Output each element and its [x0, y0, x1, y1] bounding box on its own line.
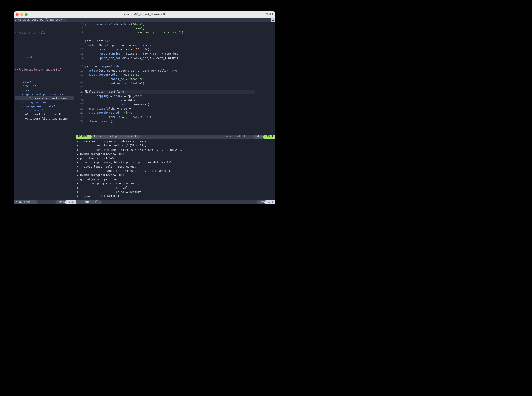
- line-number: 17: [76, 69, 84, 73]
- repl-pane[interactable]: + mutate(blocks_per_s = blocks / time_s,…: [76, 139, 276, 200]
- nerdtree-file[interactable]: 00_import_libraries.R: [15, 113, 74, 117]
- line-number: 25: [76, 102, 84, 107]
- code-line[interactable]: "raw",: [85, 26, 255, 30]
- line-number: 6: [76, 22, 84, 26]
- fileinfo-segment: unix〈utf-8〈r: [222, 135, 255, 139]
- code-line[interactable]: perf_long ← perf %>%: [85, 64, 255, 69]
- repl-line: + mapping = aes(x = cpu_cores,: [77, 181, 275, 186]
- code-line[interactable]: y = value,: [85, 98, 255, 102]
- line-number: 10: [76, 39, 84, 43]
- line-number: 22: [76, 90, 84, 94]
- titlebar: vim src/00_import_libraries.R ⌥⌘1: [14, 11, 276, 18]
- code-line[interactable]: perf_per_dollar = blocks_per_s / cost_ru…: [85, 56, 255, 60]
- nerdtree-dir[interactable]: ▸ results/: [15, 84, 74, 88]
- code-line[interactable]: names_to = "measure",: [85, 77, 255, 81]
- code-line[interactable]: mapping = aes(x = cpu_cores,: [85, 94, 255, 98]
- repl-line: + geom .... [TRUNCATED]: [77, 194, 275, 198]
- repl-line: + select(cpu_cores, blocks_per_s, perf_p…: [77, 160, 275, 165]
- editor-pane[interactable]: 6789101112131415161718192021222324252627…: [76, 22, 276, 135]
- repl-line: + pivot_longer(cols = !cpu_cores,: [77, 165, 275, 169]
- repl-line: + color = measure)) +: [77, 190, 275, 194]
- bottom-statusline-row: NERD_tree_1 64% 9:1 !R [running] 1% 1:0: [14, 200, 276, 204]
- line-number: 8: [76, 30, 84, 35]
- line-number: 13: [76, 52, 84, 56]
- nerdtree-dir[interactable]: ▸ merge_heart_data/: [15, 105, 74, 109]
- code-line[interactable]: values_to = "value"): [85, 81, 255, 85]
- nerdtree-dir[interactable]: ▸ radiomics/: [15, 109, 74, 113]
- repl-line: > NvimR.paragraph(echo=TRUE): [77, 173, 275, 177]
- tab-active[interactable]: 1 01_gwas_cost_performance.R: [14, 18, 65, 22]
- line-number: 9: [76, 35, 84, 39]
- line-number-gutter: 6789101112131415161718192021222324252627…: [76, 22, 85, 135]
- line-number: 21: [76, 85, 84, 90]
- code-line[interactable]: formula = y ~ poly(x, 2)) +: [85, 115, 255, 119]
- nerdtree-file[interactable]: 01_gwas_cost_performanc: [15, 96, 74, 100]
- line-number: 14: [76, 56, 84, 60]
- repl-line: + mutate(blocks_per_s = blocks / time_s,: [77, 140, 275, 144]
- nerdtree-dir[interactable]: ▸ lung_volume/: [15, 100, 74, 105]
- window-title: vim src/00_import_libraries.R: [14, 12, 276, 17]
- nerdtree-status-pos: 9:1: [66, 200, 76, 204]
- code-line[interactable]: [85, 60, 255, 64]
- code-line[interactable]: cost_runtime = (time_s / (60 * 60)) * co…: [85, 52, 255, 56]
- nerdtree-dir[interactable]: ▸ data/: [15, 80, 74, 84]
- code-line[interactable]: theme_classic(): [85, 119, 255, 123]
- line-number: 29: [76, 119, 84, 123]
- nerdtree-file[interactable]: 00_import_libraries.R.tmp: [15, 117, 74, 121]
- code-line[interactable]: stat_smooth(method = "lm",: [85, 111, 255, 115]
- code-line[interactable]: cost_hr = cost_mo / (30 * 24),: [85, 47, 255, 52]
- statusline: NORMAL 01_gwas_cost_performance.R unix〈u…: [76, 135, 276, 139]
- code-line[interactable]: "gwas_cost_performance.csv")): [85, 30, 255, 35]
- line-number: 18: [76, 73, 84, 77]
- mode-segment: NORMAL: [76, 135, 90, 139]
- repl-status-name: !R [running]: [76, 200, 100, 204]
- line-number: 23: [76, 94, 84, 98]
- code-line[interactable]: ggplot(data = perf_long,: [85, 90, 255, 94]
- repl-line: + cost_hr = cost_mo / (30 * 24),: [77, 144, 275, 148]
- code-line[interactable]: color = measure)) +: [85, 102, 255, 107]
- line-number: 11: [76, 43, 84, 47]
- line-number: 26: [76, 106, 84, 111]
- tab-close-button[interactable]: X: [271, 18, 276, 22]
- code-line[interactable]: select(cpu_cores, blocks_per_s, perf_per…: [85, 69, 255, 73]
- tab-number: 1: [15, 18, 17, 22]
- filename-segment: 01_gwas_cost_performance.R: [90, 135, 138, 139]
- line-number: 19: [76, 77, 84, 81]
- code-area[interactable]: perf ← read_csv(file = here("data", "raw…: [85, 22, 255, 135]
- repl-statusline: !R [running] 1% 1:0: [76, 200, 276, 204]
- nerdtree-status-name: NERD_tree_1: [14, 200, 36, 204]
- code-line[interactable]: perf ← perf %>%: [85, 39, 255, 43]
- line-number: 27: [76, 111, 84, 115]
- blank-line: [15, 43, 74, 47]
- repl-line: > ggplot(data = perf_long,: [77, 177, 275, 182]
- code-line[interactable]: mutate(blocks_per_s = blocks / time_s,: [85, 43, 255, 47]
- nerdtree-dir[interactable]: ▾ gwas_cost_performance/: [15, 92, 74, 96]
- line-number: 20: [76, 81, 84, 85]
- code-line[interactable]: pivot_longer(cols = !cpu_cores,: [85, 73, 255, 77]
- line-number: 24: [76, 98, 84, 102]
- repl-status-pos: 1:0: [266, 200, 276, 204]
- nerdtree-help: " Press ? for help: [15, 31, 74, 35]
- line-number: 7: [76, 26, 84, 30]
- repl-line: + cost_runtime = (time_s / (60 * 60)) ..…: [77, 148, 275, 152]
- code-line[interactable]: geom_point(alpha = 0.5) +: [85, 106, 255, 111]
- repl-line: > perf_long ← perf %>%: [77, 156, 275, 160]
- tab-label: 01_gwas_cost_performance.R: [18, 18, 62, 22]
- line-number: 12: [76, 47, 84, 52]
- right-column: 6789101112131415161718192021222324252627…: [76, 22, 276, 200]
- nerdtree-dir[interactable]: ▾ src/: [15, 88, 74, 92]
- repl-line: + y = value,: [77, 186, 275, 190]
- main-split: " Press ? for help .. (up a dir) </Proje…: [14, 22, 276, 200]
- statusline-spacer: [138, 135, 222, 139]
- terminal-window: vim src/00_import_libraries.R ⌥⌘1 1 01_g…: [14, 11, 276, 204]
- code-line[interactable]: perf ← read_csv(file = here("data",: [85, 22, 255, 26]
- line-number: 28: [76, 115, 84, 119]
- nerdtree-updir[interactable]: .. (up a dir): [15, 55, 74, 59]
- nerdtree-statusline: NERD_tree_1 64% 9:1: [14, 200, 76, 204]
- line-number: 15: [76, 60, 84, 64]
- nerdtree-pane[interactable]: " Press ? for help .. (up a dir) </Proje…: [14, 22, 76, 200]
- code-line[interactable]: [85, 85, 255, 90]
- line-number: 16: [76, 64, 84, 69]
- nerdtree-root[interactable]: </Projects/lung/r_analysis/: [15, 68, 74, 72]
- code-line[interactable]: [85, 35, 255, 39]
